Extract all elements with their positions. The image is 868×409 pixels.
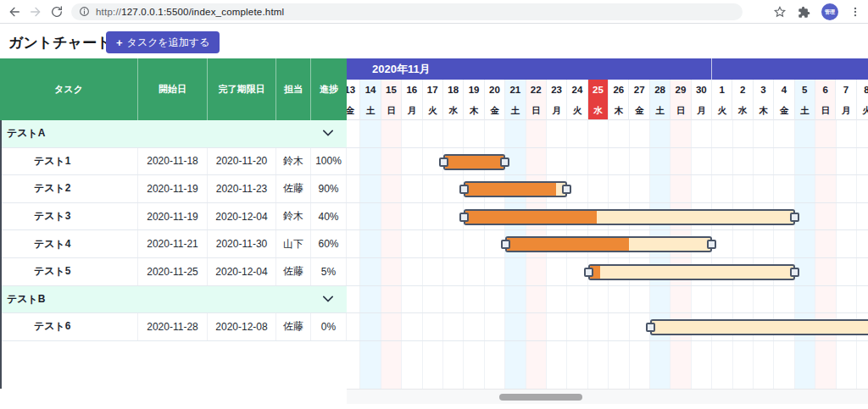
table-row[interactable]: テスト62020-11-282020-12-08佐藤0% [0,313,347,341]
browser-chrome: http://127.0.0.1:5500/index_complete.htm… [0,0,868,24]
bookmark-star-icon[interactable] [773,5,787,19]
chart-body [347,120,868,389]
cell-name: テスト4 [0,230,138,257]
gantt-bar[interactable] [588,264,795,280]
forward-icon[interactable] [29,5,42,19]
date-cell: 1 [712,80,732,100]
weekday-cell: 日 [815,100,836,120]
weekday-cell: 火 [712,100,732,120]
bar-resize-handle-left[interactable] [459,213,469,222]
cell-assignee: 佐藤 [276,313,311,340]
cell-assignee: 佐藤 [276,258,311,285]
chrome-actions: 管理 [773,0,861,24]
date-cell: 21 [505,80,526,100]
cell-assignee: 佐藤 [276,175,311,202]
plus-icon: + [116,36,123,49]
bar-resize-handle-right[interactable] [790,268,799,277]
cell-progress: 5% [311,258,347,285]
cell-name: テスト1 [0,148,138,175]
group-name: テストA [0,126,46,141]
group-row[interactable]: テストA [0,120,347,148]
chevron-down-icon[interactable] [323,296,333,302]
date-cell: 24 [567,80,587,100]
weekday-cell: 土 [505,100,526,120]
month-label [712,58,868,80]
gantt-app: ガントチャート + タスクを追加する タスク開始日完了期限日担当進捗 テストAテ… [0,24,868,409]
date-cell: 14 [360,80,381,100]
profile-avatar[interactable]: 管理 [821,3,838,20]
weekday-cell: 日 [381,100,402,120]
date-cell: 23 [547,80,567,100]
weekday-cell: 木 [464,100,484,120]
group-row[interactable]: テストB [0,286,347,314]
bar-resize-handle-left[interactable] [439,158,448,167]
cell-progress: 60% [311,230,347,257]
bar-resize-handle-left[interactable] [646,323,655,332]
weekday-cell: 木 [754,100,774,120]
weekday-cell: 日 [526,100,547,120]
cell-name: テスト3 [0,203,138,230]
extensions-puzzle-icon[interactable] [798,6,810,19]
gantt-bar[interactable] [650,319,868,335]
date-cell: 20 [485,80,505,100]
bar-resize-handle-right[interactable] [790,213,799,222]
horizontal-scrollbar-thumb[interactable] [499,394,582,401]
table-row[interactable]: テスト22020-11-192020-11-23佐藤90% [0,175,347,203]
avatar-label: 管理 [825,8,835,16]
back-icon[interactable] [8,5,21,19]
date-cell: 17 [423,80,443,100]
weekday-cell: 金 [347,100,360,120]
cell-end: 2020-12-04 [208,258,276,285]
weekday-cell: 月 [547,100,567,120]
cell-assignee: 鈴木 [276,203,311,230]
menu-dots-icon[interactable] [849,6,861,18]
cell-name: テスト6 [0,313,138,340]
cell-name: テスト5 [0,258,138,285]
table-row[interactable]: テスト52020-11-252020-12-04佐藤5% [0,258,347,286]
body-left-edge [0,120,2,389]
address-bar[interactable]: http://127.0.0.1:5500/index_complete.htm… [71,3,743,20]
cell-start: 2020-11-25 [138,258,208,285]
cell-start: 2020-11-18 [138,148,208,175]
cell-end: 2020-11-23 [208,175,276,202]
weekday-cell: 水 [588,100,609,120]
cell-assignee: 山下 [276,230,311,257]
cell-start: 2020-11-28 [138,313,208,340]
gantt-bar[interactable] [443,154,505,170]
weekday-cell: 金 [629,100,649,120]
add-task-button[interactable]: + タスクを追加する [106,31,220,53]
table-row[interactable]: テスト12020-11-182020-11-20鈴木100% [0,148,347,176]
cell-end: 2020-12-04 [208,203,276,230]
date-cell: 5 [795,80,815,100]
bar-resize-handle-left[interactable] [501,240,510,249]
chevron-down-icon[interactable] [323,130,333,136]
horizontal-scrollbar-track[interactable] [347,389,868,404]
url-text[interactable]: http://127.0.0.1:5500/index_complete.htm… [96,7,284,17]
table-row[interactable]: テスト42020-11-212020-11-30山下60% [0,230,347,258]
weekday-cell: 土 [795,100,815,120]
cell-end: 2020-12-08 [208,313,276,340]
bar-resize-handle-right[interactable] [562,185,571,194]
bar-resize-handle-right[interactable] [707,240,716,249]
bar-resize-handle-left[interactable] [459,185,469,194]
info-icon[interactable] [79,6,90,17]
gantt-bar[interactable] [464,209,794,225]
cell-progress: 0% [311,313,347,340]
cell-start: 2020-11-19 [138,175,208,202]
cell-start: 2020-11-19 [138,203,208,230]
date-cell: 30 [692,80,712,100]
bar-resize-handle-left[interactable] [584,268,593,277]
cell-end: 2020-11-20 [208,148,276,175]
date-cell: 28 [650,80,670,100]
weekday-cell: 月 [836,100,856,120]
gantt-bar[interactable] [464,181,567,197]
cell-start: 2020-11-21 [138,230,208,257]
gantt-bar[interactable] [505,236,712,252]
bar-resize-handle-right[interactable] [500,158,509,167]
date-cell: 3 [754,80,774,100]
reload-icon[interactable] [50,5,64,19]
table-row[interactable]: テスト32020-11-192020-12-04鈴木40% [0,203,347,231]
date-cell: 18 [443,80,464,100]
month-band: 2020年11月 [347,58,868,80]
weekday-cell: 火 [857,100,868,120]
